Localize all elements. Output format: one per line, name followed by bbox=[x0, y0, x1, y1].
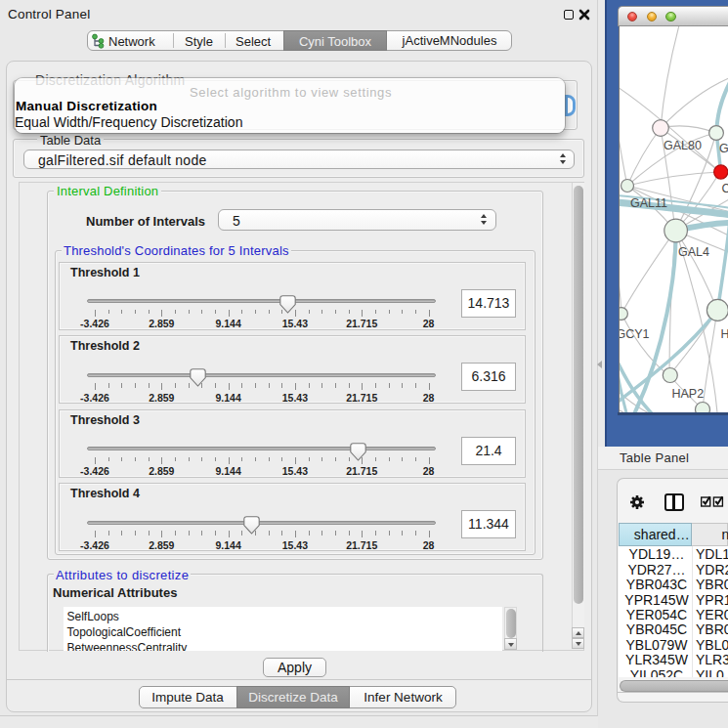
svg-text:CR: CR bbox=[722, 182, 728, 195]
svg-text:GAL4: GAL4 bbox=[678, 245, 709, 259]
svg-text:HAP2: HAP2 bbox=[672, 387, 705, 401]
svg-text:HI: HI bbox=[721, 327, 728, 341]
svg-text:GA: GA bbox=[719, 142, 728, 155]
svg-text:GCY1: GCY1 bbox=[620, 327, 650, 341]
svg-text:GAL11: GAL11 bbox=[630, 196, 667, 210]
svg-text:GAL80: GAL80 bbox=[664, 139, 702, 152]
